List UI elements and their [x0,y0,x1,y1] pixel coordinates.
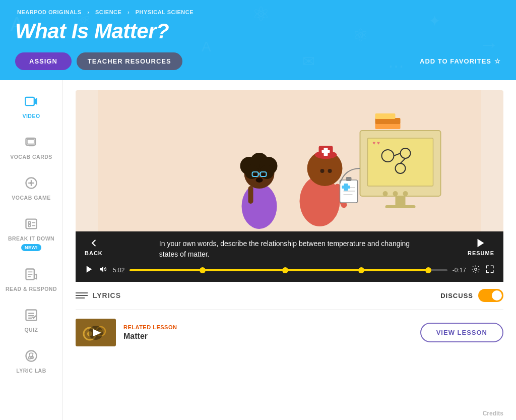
video-illustration-area: ♥ ♥ [76,90,503,231]
sidebar-item-lyric-lab[interactable]: LYRIC LAB [0,340,62,381]
svg-marker-82 [478,239,484,248]
chapter-dot-4 [425,267,431,273]
content-area: ♥ ♥ [63,80,516,420]
break-it-down-icon [22,215,40,233]
chapter-dot-3 [358,267,364,273]
related-lesson-title: Matter [123,332,177,341]
sidebar-item-video[interactable]: VIDEO [0,85,62,126]
chapter-dot-1 [200,267,206,273]
svg-point-85 [475,268,477,271]
sidebar-item-quiz-label: QUIZ [24,327,38,333]
sidebar-item-vocab-game[interactable]: VOCAB GAME [0,167,62,208]
lyric-lab-icon [22,347,40,365]
svg-marker-84 [100,266,103,272]
remaining-time: -0:17 [453,267,466,274]
credits-label: Credits [483,410,503,417]
video-icon [22,92,40,110]
read-respond-icon [22,265,40,283]
related-lesson-row: RELATED LESSON Matter VIEW LESSON [76,310,503,351]
video-overlay: BACK In your own words, describe the rel… [76,231,503,282]
svg-text:♥ ♥: ♥ ♥ [373,140,380,146]
star-icon: ☆ [494,57,501,65]
lyrics-left[interactable]: LYRICS [76,291,121,299]
progress-bar[interactable] [130,269,447,271]
discuss-toggle-switch[interactable] [478,289,503,302]
sidebar-item-read-respond[interactable]: READ & RESPOND [0,258,62,299]
sidebar-item-vocab-cards[interactable]: VOCAB CARDS [0,126,62,167]
related-lesson-text: RELATED LESSON Matter [123,324,177,341]
video-player: ♥ ♥ [76,90,503,282]
svg-point-49 [383,191,388,196]
teacher-resources-button[interactable]: TEACHER RESOURCES [77,52,182,70]
chapter-dot-2 [282,267,288,273]
lyrics-line-1 [76,292,88,293]
svg-rect-44 [396,196,406,206]
svg-rect-19 [26,219,37,229]
svg-rect-45 [385,205,416,208]
svg-point-51 [403,191,408,196]
pause-text: In your own words, describe the relation… [159,237,411,260]
hero-btns-left: ASSIGN TEACHER RESOURCES [15,52,182,70]
lyrics-lines-icon [76,292,88,298]
assign-button[interactable]: ASSIGN [15,52,72,70]
add-to-favorites-button[interactable]: ADD TO FAVORITES ☆ [420,57,501,65]
svg-point-68 [242,184,277,229]
svg-rect-13 [27,139,34,144]
svg-rect-10 [25,97,34,105]
svg-point-18 [30,182,33,185]
svg-marker-83 [87,266,92,273]
quiz-icon [22,306,40,324]
current-time: 5:02 [113,267,124,274]
svg-point-32 [26,351,37,362]
svg-point-77 [256,177,263,183]
video-pause-bar: BACK In your own words, describe the rel… [85,237,494,260]
thumbnail-image [76,319,116,346]
svg-point-22 [28,224,31,227]
hero-section: A ✉ ⚛ ⚛ ⚛ ✦ → ✉ A ⋯ NEARPOD ORIGINALS › … [0,0,516,80]
svg-rect-81 [248,186,253,204]
sidebar-item-break-it-down-label: BREAK IT DOWN [8,235,54,242]
main-layout: VIDEO VOCAB CARDS [0,80,516,420]
svg-point-50 [393,191,398,196]
discuss-toggle: DISCUSS [440,289,503,302]
svg-point-59 [328,169,332,173]
related-lesson-label: RELATED LESSON [123,324,177,330]
resume-button[interactable]: RESUME [468,237,494,256]
view-lesson-button[interactable]: VIEW LESSON [420,323,503,342]
svg-rect-62 [346,177,352,181]
sidebar-item-break-it-down[interactable]: BREAK IT DOWN NEW! [0,208,62,258]
back-button[interactable]: BACK [85,237,103,256]
video-progress: 5:02 -0:17 [85,265,494,276]
svg-rect-48 [375,113,396,119]
lyrics-line-3 [76,297,85,298]
volume-icon[interactable] [99,265,108,276]
play-pause-icon[interactable] [85,265,94,276]
vocab-cards-icon [22,133,40,151]
settings-icon[interactable] [471,265,480,276]
discuss-label: DISCUSS [440,292,473,299]
svg-rect-67 [342,186,350,189]
sidebar-item-video-label: VIDEO [22,113,40,119]
sidebar-item-vocab-game-label: VOCAB GAME [12,195,50,201]
sidebar-item-read-respond-label: READ & RESPOND [6,286,57,292]
toggle-knob [492,290,502,301]
breadcrumb: NEARPOD ORIGINALS › SCIENCE › PHYSICAL S… [15,9,501,15]
fullscreen-icon[interactable] [485,265,494,276]
related-lesson-info: RELATED LESSON Matter [76,319,177,346]
lyrics-bar: LYRICS DISCUSS [76,282,503,310]
sidebar: VIDEO VOCAB CARDS [0,80,63,420]
credits-bar: Credits [483,410,503,417]
svg-point-58 [320,169,325,173]
lyrics-line-2 [76,295,88,296]
lyrics-label: LYRICS [93,291,121,299]
svg-point-20 [28,221,31,224]
vocab-game-icon [22,174,40,192]
page-title: What Is Matter? [15,19,501,43]
hero-buttons-row: ASSIGN TEACHER RESOURCES ADD TO FAVORITE… [15,52,501,70]
related-lesson-thumbnail [76,319,116,346]
sidebar-item-quiz[interactable]: QUIZ [0,299,62,340]
progress-fill [130,269,431,271]
new-badge: NEW! [21,244,41,251]
svg-rect-57 [322,150,330,153]
sidebar-item-vocab-cards-label: VOCAB CARDS [10,154,52,160]
